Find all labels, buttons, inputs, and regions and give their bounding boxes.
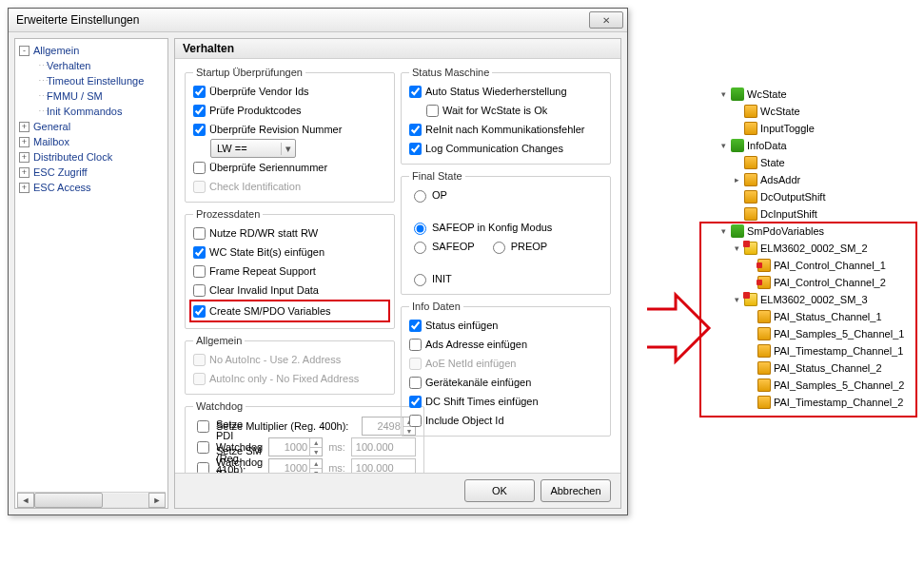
chk-cinv-box[interactable]: [193, 284, 206, 297]
chk-reinit[interactable]: ReInit nach Kommunikationsfehler: [409, 120, 602, 139]
chk-serial-box[interactable]: [193, 162, 206, 174]
combo-revision[interactable]: LW ==▾: [210, 139, 296, 158]
chk-smpdo-box[interactable]: [193, 305, 206, 318]
chk-logcc-box[interactable]: [409, 143, 422, 155]
spinner-up-icon[interactable]: ▲: [309, 438, 322, 447]
scroll-thumb[interactable]: [34, 493, 103, 508]
chk-waitwc-box[interactable]: [426, 105, 439, 117]
chk-frs-box[interactable]: [193, 265, 206, 278]
num-wd-sm[interactable]: ▲▼: [268, 458, 323, 473]
chk-info-chan[interactable]: Gerätekanäle einfügen: [409, 373, 602, 392]
nav-item-label[interactable]: General: [33, 121, 70, 132]
chk-wcstate-box[interactable]: [193, 246, 206, 259]
nav-item-label[interactable]: FMMU / SM: [47, 90, 103, 102]
nav-item[interactable]: -Allgemein: [17, 43, 166, 58]
tree-node[interactable]: DcOutputShift: [716, 188, 914, 205]
tree-expander-icon[interactable]: [732, 175, 741, 184]
nav-item[interactable]: ⋯ FMMU / SM: [17, 88, 166, 104]
nav-scrollbar[interactable]: ◄ ►: [17, 492, 166, 508]
nav-item-label[interactable]: Mailbox: [33, 136, 69, 147]
tree-node[interactable]: DcInputShift: [716, 205, 914, 223]
tree-node[interactable]: InfoData: [716, 137, 914, 154]
radio-op[interactable]: OP: [409, 185, 447, 204]
tree-expander-icon[interactable]: [718, 89, 728, 99]
chk-reinit-box[interactable]: [409, 124, 422, 136]
nav-item[interactable]: ⋯ Timeout Einstellunge: [17, 73, 166, 88]
expand-icon[interactable]: +: [19, 122, 29, 132]
tree-node[interactable]: PAI_Timestamp_Channel_2: [716, 394, 914, 411]
nav-item[interactable]: +Mailbox: [17, 134, 166, 149]
chk-autorestore-box[interactable]: [409, 86, 422, 98]
chk-info-objid[interactable]: Include Object Id: [409, 411, 602, 430]
expand-icon[interactable]: +: [19, 183, 29, 193]
nav-item[interactable]: +ESC Access: [17, 180, 166, 195]
nav-item-label[interactable]: ESC Zugriff: [33, 166, 88, 178]
radio-safeop[interactable]: SAFEOP: [409, 237, 475, 256]
tree-node[interactable]: AdsAddr: [716, 171, 914, 188]
nav-item[interactable]: ⋯ Verhalten: [17, 58, 166, 73]
solution-tree[interactable]: WcStateWcStateInputToggleInfoDataStateAd…: [716, 86, 914, 411]
tree-node[interactable]: ELM3602_0002_SM_3: [716, 291, 914, 308]
chk-smpdo[interactable]: Create SM/PDO Variables: [193, 301, 386, 320]
tree-node[interactable]: PAI_Samples_5_Channel_1: [716, 325, 914, 342]
nav-item[interactable]: ⋯ Init Kommandos: [17, 104, 166, 119]
scroll-right-icon[interactable]: ►: [148, 493, 166, 508]
tree-node[interactable]: WcState: [716, 86, 914, 103]
tree-node[interactable]: PAI_Control_Channel_2: [716, 274, 914, 291]
chk-serial[interactable]: Überprüfe Seriennummer: [193, 158, 386, 177]
expand-icon[interactable]: +: [19, 152, 29, 163]
expand-icon[interactable]: +: [19, 167, 29, 178]
tree-node[interactable]: InputToggle: [716, 120, 914, 137]
tree-node[interactable]: PAI_Status_Channel_2: [716, 359, 914, 377]
expand-icon[interactable]: +: [19, 137, 29, 147]
chk-product[interactable]: Prüfe Produktcodes: [193, 101, 386, 120]
nav-item-label[interactable]: ESC Access: [33, 182, 91, 193]
chk-wcstate[interactable]: WC State Bit(s) einfügen: [193, 243, 386, 262]
nav-item-label[interactable]: Distributed Clock: [33, 151, 112, 163]
chk-frs[interactable]: Frame Repeat Support: [193, 262, 386, 281]
tree-node[interactable]: ELM3602_0002_SM_2: [716, 240, 914, 257]
chk-waitwc[interactable]: Wait for WcState is Ok: [409, 101, 602, 120]
chk-vendor-box[interactable]: [193, 86, 206, 98]
close-button[interactable]: ✕: [589, 11, 623, 29]
num-wd-mult-input[interactable]: [363, 419, 403, 433]
chk-info-status[interactable]: Status einfügen: [409, 316, 602, 335]
chk-info-dcshift[interactable]: DC Shift Times einfügen: [409, 392, 602, 411]
scroll-left-icon[interactable]: ◄: [17, 493, 34, 508]
chk-revision[interactable]: Überprüfe Revision Nummer: [193, 120, 386, 139]
chk-vendor[interactable]: Überprüfe Vendor Ids: [193, 82, 386, 101]
chk-logcc[interactable]: Log Communication Changes: [409, 139, 602, 158]
tree-expander-icon[interactable]: [718, 226, 728, 236]
radio-preop[interactable]: PREOP: [488, 237, 548, 256]
nav-item[interactable]: +ESC Zugriff: [17, 165, 166, 180]
chk-product-box[interactable]: [193, 105, 206, 117]
tree-node[interactable]: State: [716, 154, 914, 171]
tree-expander-icon[interactable]: [732, 295, 741, 304]
nav-item-label[interactable]: Timeout Einstellunge: [47, 75, 144, 87]
tree-node[interactable]: WcState: [716, 103, 914, 120]
chk-autorestore[interactable]: Auto Status Wiederherstellung: [409, 82, 602, 101]
num-wd-pdi[interactable]: ▲▼: [268, 437, 323, 456]
tree-node[interactable]: PAI_Timestamp_Channel_1: [716, 342, 914, 359]
nav-item-label[interactable]: Verhalten: [47, 60, 90, 71]
radio-init[interactable]: INIT: [409, 269, 452, 288]
nav-tree[interactable]: -Allgemein⋯ Verhalten⋯ Timeout Einstellu…: [14, 38, 168, 509]
tree-node[interactable]: SmPdoVariables: [716, 223, 914, 240]
num-wd-sm-input[interactable]: [269, 461, 309, 473]
tree-expander-icon[interactable]: [732, 243, 741, 253]
chk-rdwr[interactable]: Nutze RD/WR statt RW: [193, 223, 386, 243]
nav-item[interactable]: +Distributed Clock: [17, 149, 166, 165]
chk-rdwr-box[interactable]: [193, 227, 206, 240]
nav-item-label[interactable]: Init Kommandos: [47, 106, 122, 117]
spinner-down-icon[interactable]: ▼: [309, 447, 322, 456]
chk-revision-box[interactable]: [193, 124, 206, 136]
ok-button[interactable]: OK: [464, 479, 535, 502]
tree-node[interactable]: PAI_Samples_5_Channel_2: [716, 377, 914, 394]
scroll-track[interactable]: [34, 494, 148, 507]
tree-node[interactable]: PAI_Status_Channel_1: [716, 308, 914, 325]
tree-expander-icon[interactable]: [718, 141, 728, 150]
tree-node[interactable]: PAI_Control_Channel_1: [716, 257, 914, 274]
cancel-button[interactable]: Abbrechen: [541, 479, 611, 502]
radio-safeop-cfg[interactable]: SAFEOP in Konfig Modus: [409, 218, 552, 237]
nav-item[interactable]: +General: [17, 119, 166, 134]
